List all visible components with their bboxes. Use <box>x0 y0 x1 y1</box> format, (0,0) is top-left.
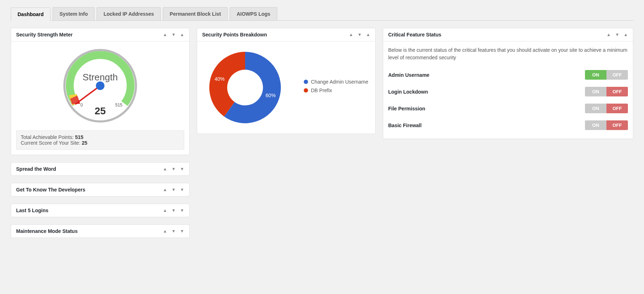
panel-title: Security Points Breakdown <box>202 32 267 38</box>
toggle-off[interactable]: OFF <box>606 70 628 80</box>
panel-collapse-icon[interactable]: ▲ <box>624 33 628 37</box>
feature-row-admin-username: Admin UsernameONOFF <box>388 66 628 83</box>
toggle-on[interactable]: ON <box>585 120 606 130</box>
panel-strength-meter: Security Strength Meter ▲ ▼ ▲ <box>11 28 190 155</box>
panel-title: Last 5 Logins <box>16 208 48 213</box>
gauge-min: 0 <box>80 103 83 108</box>
panel-title: Get To Know The Developers <box>16 187 85 193</box>
panel-controls: ▲▼▼ <box>163 167 184 171</box>
feature-toggle[interactable]: ONOFF <box>585 104 628 113</box>
panel-header: Security Points Breakdown ▲ ▼ ▲ <box>197 28 375 41</box>
panel-controls: ▲▼▼ <box>163 188 184 192</box>
toggle-off[interactable]: OFF <box>606 104 628 113</box>
panel-header: Critical Feature Status ▲ ▼ ▲ <box>383 28 633 41</box>
panel-controls: ▲ ▼ ▲ <box>606 33 628 37</box>
panel-controls: ▲ ▼ ▲ <box>349 33 370 37</box>
toggle-on[interactable]: ON <box>585 104 606 113</box>
panel-critical-features: Critical Feature Status ▲ ▼ ▲ Below is t… <box>383 28 633 139</box>
panel-controls: ▲▼▼ <box>163 229 184 233</box>
total-achievable-value: 515 <box>75 134 83 140</box>
gauge-max: 515 <box>115 103 122 108</box>
feature-label: Basic Firewall <box>388 123 421 128</box>
panel-move-down-icon[interactable]: ▼ <box>171 33 176 37</box>
legend-swatch-icon <box>304 88 308 93</box>
toggle-off[interactable]: OFF <box>606 120 628 130</box>
panel-expand-icon[interactable]: ▼ <box>180 208 184 213</box>
panel-header: Spread the Word▲▼▼ <box>11 163 189 175</box>
toggle-on[interactable]: ON <box>585 87 606 96</box>
panel-move-up-icon[interactable]: ▲ <box>606 33 611 37</box>
feature-label: File Permission <box>388 106 425 111</box>
gauge-score: 25 <box>94 105 106 116</box>
tab-system-info[interactable]: System Info <box>53 7 94 20</box>
panel-header: Get To Know The Developers▲▼▼ <box>11 183 189 196</box>
panel-move-down-icon[interactable]: ▼ <box>357 33 362 37</box>
tab-dashboard[interactable]: Dashboard <box>11 8 50 21</box>
legend-swatch-icon <box>304 80 308 84</box>
panel-move-up-icon[interactable]: ▲ <box>163 167 167 171</box>
feature-row-login-lockdown: Login LockdownONOFF <box>388 83 628 100</box>
tab-locked-ip-addresses[interactable]: Locked IP Addresses <box>97 7 161 20</box>
panel-controls: ▲ ▼ ▲ <box>163 33 184 37</box>
panel-expand-icon[interactable]: ▼ <box>180 188 184 192</box>
panel-title: Maintenance Mode Status <box>16 228 78 234</box>
panel-collapse-icon[interactable]: ▲ <box>366 33 370 37</box>
donut-slice-pct: 40% <box>215 76 225 82</box>
panel-points-breakdown: Security Points Breakdown ▲ ▼ ▲ 60%40% C… <box>197 28 376 134</box>
panel-move-down-icon[interactable]: ▼ <box>615 33 619 37</box>
critical-description: Below is the current status of the criti… <box>388 46 628 61</box>
panel-body: Strength 0 515 25 Total Achievable Point… <box>11 41 189 155</box>
panel-body: 60%40% Change Admin UsernameDB Prefix <box>197 41 375 134</box>
breakdown-donut-chart: 60%40% <box>202 46 295 129</box>
feature-row-basic-firewall: Basic FirewallONOFF <box>388 117 628 134</box>
panel-header: Security Strength Meter ▲ ▼ ▲ <box>11 28 189 41</box>
panel-title: Security Strength Meter <box>16 32 73 38</box>
panel-header: Maintenance Mode Status▲▼▼ <box>11 225 189 238</box>
panel-header: Last 5 Logins▲▼▼ <box>11 204 189 217</box>
feature-toggle[interactable]: ONOFF <box>585 70 628 80</box>
legend-item: Change Admin Username <box>304 79 368 85</box>
panel-controls: ▲▼▼ <box>163 208 184 213</box>
strength-gauge: Strength 0 515 25 <box>61 46 140 125</box>
panel-expand-icon[interactable]: ▼ <box>180 167 184 171</box>
panel-spread-the-word: Spread the Word▲▼▼ <box>11 162 190 176</box>
panel-move-down-icon[interactable]: ▼ <box>171 208 176 213</box>
panel-title: Critical Feature Status <box>388 32 441 38</box>
panel-move-down-icon[interactable]: ▼ <box>171 188 176 192</box>
panel-move-up-icon[interactable]: ▲ <box>163 188 167 192</box>
feature-label: Admin Username <box>388 72 429 78</box>
panel-expand-icon[interactable]: ▼ <box>180 229 184 233</box>
panel-last-5-logins: Last 5 Logins▲▼▼ <box>11 204 190 217</box>
gauge-meta: Total Achievable Points: 515 Current Sco… <box>16 130 184 150</box>
panel-move-down-icon[interactable]: ▼ <box>171 229 176 233</box>
feature-label: Login Lockdown <box>388 89 428 95</box>
panel-move-down-icon[interactable]: ▼ <box>171 167 176 171</box>
panel-move-up-icon[interactable]: ▲ <box>163 33 167 37</box>
donut-slice-pct: 60% <box>265 93 275 98</box>
toggle-off[interactable]: OFF <box>606 87 628 96</box>
current-score-value: 25 <box>82 140 87 146</box>
tab-aiowps-logs[interactable]: AIOWPS Logs <box>230 7 277 20</box>
current-score-label: Current Score of Your Site: <box>21 140 82 146</box>
gauge-label: Strength <box>83 72 118 83</box>
toggle-on[interactable]: ON <box>585 70 606 80</box>
legend-item: DB Prefix <box>304 88 368 93</box>
panel-move-up-icon[interactable]: ▲ <box>163 208 167 213</box>
panel-maintenance-mode-status: Maintenance Mode Status▲▼▼ <box>11 224 190 238</box>
panel-get-to-know-the-developers: Get To Know The Developers▲▼▼ <box>11 183 190 196</box>
tabs-bar: DashboardSystem InfoLocked IP AddressesP… <box>11 7 633 21</box>
legend-label: DB Prefix <box>311 88 332 93</box>
svg-point-3 <box>96 81 104 90</box>
legend-label: Change Admin Username <box>311 79 368 85</box>
panel-move-up-icon[interactable]: ▲ <box>163 229 167 233</box>
panel-move-up-icon[interactable]: ▲ <box>349 33 353 37</box>
feature-toggle[interactable]: ONOFF <box>585 87 628 96</box>
panel-title: Spread the Word <box>16 166 56 172</box>
chart-legend: Change Admin UsernameDB Prefix <box>304 79 368 96</box>
panel-collapse-icon[interactable]: ▲ <box>180 33 184 37</box>
panel-body: Below is the current status of the criti… <box>383 41 633 139</box>
feature-row-file-permission: File PermissionONOFF <box>388 100 628 117</box>
tab-permanent-block-list[interactable]: Permanent Block List <box>163 7 228 20</box>
total-achievable-label: Total Achievable Points: <box>21 134 75 140</box>
feature-toggle[interactable]: ONOFF <box>585 120 628 130</box>
